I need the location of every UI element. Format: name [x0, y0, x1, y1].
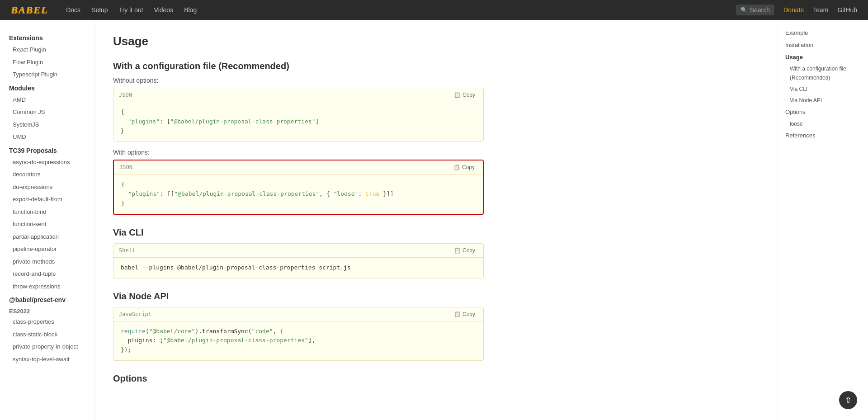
nav-blog[interactable]: Blog	[184, 6, 197, 14]
nav-team[interactable]: Team	[813, 6, 828, 14]
right-sidebar: Example Installation Usage With a config…	[778, 20, 868, 420]
sidebar-item-async-do-expressions[interactable]: async-do-expressions	[0, 156, 94, 169]
nav-github[interactable]: GitHub	[837, 6, 857, 14]
sidebar-item-flow-plugin[interactable]: Flow Plugin	[0, 56, 94, 69]
shell-code-line: babel --plugins @babel/plugin-proposal-c…	[121, 264, 351, 271]
code-content-4: require("@babel/core").transformSync("co…	[113, 321, 483, 360]
with-options-label: With options:	[113, 149, 484, 156]
sidebar-item-react-plugin[interactable]: React Plugin	[0, 43, 94, 56]
nav-docs[interactable]: Docs	[66, 6, 80, 14]
copy-label-3: Copy	[462, 247, 475, 254]
sidebar-item-private-property-in-object[interactable]: private-property-in-object	[0, 340, 94, 353]
without-options-label: Without options:	[113, 77, 484, 84]
copy-label-1: Copy	[462, 92, 475, 98]
right-sidebar-config-file[interactable]: With a configuration file (Recommended)	[778, 63, 868, 83]
section-via-node-api: Via Node API	[113, 291, 484, 302]
sidebar-section-preset-env: @babel/preset-env	[0, 293, 94, 305]
sidebar-subsection-es2022: ES2022	[0, 305, 94, 316]
nav-setup[interactable]: Setup	[91, 6, 108, 14]
sidebar-item-record-and-tuple[interactable]: record-and-tuple	[0, 268, 94, 280]
code-block-header-3: Shell 📋 Copy	[113, 244, 483, 258]
code-block-shell: Shell 📋 Copy babel --plugins @babel/plug…	[113, 243, 484, 278]
copy-icon-2: 📋	[453, 164, 460, 170]
code-block-header-4: JavaScript 📋 Copy	[113, 307, 483, 321]
right-sidebar-options[interactable]: Options	[778, 106, 868, 118]
nav-videos[interactable]: Videos	[154, 6, 174, 14]
sidebar-item-umd[interactable]: UMD	[0, 131, 94, 143]
copy-button-3[interactable]: 📋 Copy	[451, 246, 478, 255]
copy-label-4: Copy	[462, 311, 475, 317]
section-options: Options	[113, 373, 484, 384]
code-block-header-1: JSON 📋 Copy	[113, 88, 483, 102]
code-lang-shell: Shell	[119, 247, 135, 254]
right-sidebar-via-cli[interactable]: Via CLI	[778, 84, 868, 95]
main-content: Usage With a configuration file (Recomme…	[95, 20, 502, 420]
sidebar-item-do-expressions[interactable]: do-expressions	[0, 181, 94, 193]
code-block-json-without-options: JSON 📋 Copy { "plugins": ["@babel/plugin…	[113, 88, 484, 142]
copy-button-2[interactable]: 📋 Copy	[451, 163, 477, 171]
search-bar[interactable]: 🔍 Search	[736, 5, 774, 15]
sidebar-item-typescript-plugin[interactable]: Typescript Plugin	[0, 68, 94, 81]
sidebar-item-throw-expressions[interactable]: throw-expressions	[0, 280, 94, 293]
right-sidebar-example[interactable]: Example	[778, 27, 868, 39]
sidebar-item-class-static-block[interactable]: class-static-block	[0, 328, 94, 341]
code-lang-json-2: JSON	[119, 164, 132, 170]
sidebar-item-class-properties[interactable]: class-properties	[0, 316, 94, 328]
code-lang-javascript: JavaScript	[119, 311, 151, 317]
right-sidebar-usage[interactable]: Usage	[778, 52, 868, 64]
copy-icon-1: 📋	[454, 92, 461, 98]
search-icon: 🔍	[741, 7, 747, 13]
sidebar-item-function-bind[interactable]: function-bind	[0, 206, 94, 218]
right-sidebar-references[interactable]: References	[778, 130, 868, 142]
sidebar-item-commonjs[interactable]: Common JS	[0, 106, 94, 118]
search-label: Search	[750, 6, 770, 14]
code-block-json-with-options: JSON 📋 Copy { "plugins": [["@babel/plugi…	[113, 160, 484, 214]
logo[interactable]: BABEL	[11, 4, 48, 16]
nav-try-it-out[interactable]: Try it out	[119, 6, 143, 14]
code-lang-json-1: JSON	[119, 92, 132, 98]
right-sidebar-installation[interactable]: Installation	[778, 39, 868, 52]
sidebar-item-pipeline-operator[interactable]: pipeline-operator	[0, 243, 94, 255]
sidebar-item-amd[interactable]: AMD	[0, 94, 94, 106]
sidebar-section-tc39: TC39 Proposals	[0, 143, 94, 156]
code-block-javascript: JavaScript 📋 Copy require("@babel/core")…	[113, 307, 484, 361]
code-content-1: { "plugins": ["@babel/plugin-proposal-cl…	[113, 102, 483, 141]
copy-icon-3: 📋	[454, 247, 461, 254]
header-right-links: Donate Team GitHub	[783, 6, 857, 14]
copy-button-1[interactable]: 📋 Copy	[451, 91, 478, 99]
code-content-2: { "plugins": [["@babel/plugin-proposal-c…	[114, 175, 483, 213]
sidebar-item-function-sent[interactable]: function-sent	[0, 218, 94, 231]
sidebar-section-modules: Modules	[0, 81, 94, 94]
right-sidebar-loose[interactable]: loose	[778, 118, 868, 130]
copy-icon-4: 📋	[454, 311, 461, 317]
code-block-header-2: JSON 📋 Copy	[114, 160, 483, 175]
sidebar-section-extensions: Extensions	[0, 31, 94, 43]
scroll-to-top-button[interactable]: ⇧	[839, 391, 857, 409]
copy-button-4[interactable]: 📋 Copy	[451, 310, 478, 318]
section-via-cli: Via CLI	[113, 227, 484, 238]
copy-label-2: Copy	[462, 164, 475, 170]
sidebar-item-private-methods[interactable]: private-methods	[0, 255, 94, 268]
code-content-3: babel --plugins @babel/plugin-proposal-c…	[113, 258, 483, 278]
sidebar-item-export-default-from[interactable]: export-default-from	[0, 193, 94, 206]
page-title: Usage	[113, 34, 484, 48]
right-sidebar-via-node-api[interactable]: Via Node API	[778, 95, 868, 106]
sidebar-item-systemjs[interactable]: SystemJS	[0, 118, 94, 131]
section-config-file: With a configuration file (Recommended)	[113, 61, 484, 71]
nav-donate[interactable]: Donate	[783, 6, 804, 14]
left-sidebar: Extensions React Plugin Flow Plugin Type…	[0, 20, 95, 420]
header: BABEL Docs Setup Try it out Videos Blog …	[0, 0, 868, 20]
sidebar-item-decorators[interactable]: decorators	[0, 168, 94, 181]
sidebar-item-partial-application[interactable]: partial-application	[0, 231, 94, 243]
sidebar-item-syntax-top-level-await[interactable]: syntax-top-level-await	[0, 353, 94, 366]
layout: Extensions React Plugin Flow Plugin Type…	[0, 20, 868, 420]
main-nav: Docs Setup Try it out Videos Blog	[66, 6, 736, 14]
